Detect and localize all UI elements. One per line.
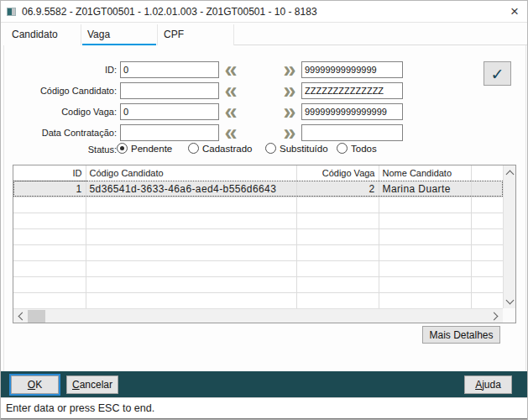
codigo-vaga-label: Codigo Vaga: [1, 103, 117, 120]
table-cell-empty [471, 260, 503, 276]
table-row-empty[interactable] [13, 228, 503, 244]
cancelar-button[interactable]: Cancelar [66, 375, 118, 394]
scroll-down-icon[interactable] [506, 298, 513, 305]
status-bar: Enter data or press ESC to end. [1, 397, 528, 418]
codigo-vaga-from-input[interactable] [120, 103, 219, 120]
tab-candidato[interactable]: Candidato [6, 24, 81, 45]
radio-label: Substituído [280, 144, 328, 154]
table-cell-empty [379, 292, 471, 308]
table-cell-empty [13, 228, 86, 244]
radio-dot [188, 143, 199, 154]
column-header-codigo-candidato[interactable]: Código Candidato [86, 165, 296, 181]
cell-codigo-vaga: 2 [296, 181, 379, 197]
table-row-empty[interactable] [13, 213, 503, 228]
radio-substituido[interactable]: Substituído [265, 143, 328, 154]
table-header-row: ID Código Candidato Código Vaga Nome Can… [13, 165, 503, 181]
codigo-candidato-label: Código Candidato: [1, 82, 117, 99]
vertical-scrollbar[interactable] [503, 165, 515, 309]
cell-extra [471, 181, 503, 197]
cell-id: 1 [13, 181, 86, 197]
table-cell-empty [379, 244, 471, 260]
mais-detalhes-button[interactable]: Mais Detalhes [422, 326, 500, 344]
scroll-up-icon[interactable] [506, 170, 513, 176]
radio-cadastrado[interactable]: Cadastrado [188, 143, 252, 154]
scrollbar-corner [503, 308, 515, 323]
table-cell-empty [379, 213, 471, 228]
radio-dot [117, 143, 128, 154]
table-cell-empty [379, 260, 471, 276]
title-bar: 06.9.5582 - Z01GT00501 - 1.02.01.003 - Z… [1, 1, 527, 23]
confirm-filter-button[interactable]: ✓ [484, 61, 511, 86]
range-from-icon: « [218, 62, 243, 77]
table-cell-empty [13, 244, 86, 260]
range-to-icon: » [277, 83, 302, 98]
table-cell-empty [13, 213, 86, 228]
table-cell-empty [13, 260, 86, 276]
table-cell-empty [471, 276, 503, 292]
table-cell-empty [86, 197, 296, 213]
column-header-id[interactable]: ID [13, 165, 86, 181]
table-cell-empty [86, 244, 296, 260]
table-cell-empty [379, 276, 471, 292]
table-cell-empty [296, 276, 379, 292]
radio-dot [337, 143, 348, 154]
range-to-icon: » [277, 62, 302, 77]
range-to-icon: » [277, 125, 302, 140]
horizontal-scrollbar[interactable] [13, 308, 503, 323]
table-cell-empty [13, 292, 86, 308]
column-header-codigo-vaga[interactable]: Código Vaga [296, 165, 379, 181]
tab-strip: Candidato Vaga CPF [1, 24, 528, 45]
results-grid: ID Código Candidato Código Vaga Nome Can… [13, 165, 516, 323]
codigo-vaga-to-input[interactable] [301, 103, 403, 120]
data-contratacao-to-input[interactable] [301, 124, 403, 141]
table-cell-empty [296, 244, 379, 260]
status-message: Enter data or press ESC to end. [6, 402, 154, 414]
table-cell-empty [296, 197, 379, 213]
codigo-candidato-to-input[interactable] [301, 82, 403, 99]
app-icon [7, 8, 16, 16]
tab-cpf[interactable]: CPF [158, 24, 234, 45]
grid-table: ID Código Candidato Código Vaga Nome Can… [13, 165, 503, 309]
table-cell-empty [471, 228, 503, 244]
table-cell-empty [296, 228, 379, 244]
codigo-candidato-from-input[interactable] [120, 82, 219, 99]
table-cell-empty [471, 292, 503, 308]
tab-vaga[interactable]: Vaga [81, 24, 158, 45]
table-cell-empty [379, 197, 471, 213]
table-cell-empty [471, 244, 503, 260]
table-row-empty[interactable] [13, 197, 503, 213]
id-label: ID: [1, 61, 117, 78]
radio-pendente[interactable]: Pendente [117, 143, 172, 154]
data-contratacao-from-input[interactable] [120, 124, 219, 141]
column-header-nome-candidato[interactable]: Nome Candidato [379, 165, 471, 181]
ajuda-button[interactable]: Ajuda [464, 375, 512, 394]
table-row-selected[interactable]: 1 5d36541d-3633-46a6-aed4-b556d6643 2 Ma… [13, 181, 503, 197]
table-row-empty[interactable] [13, 244, 503, 260]
ok-button[interactable]: OK [11, 375, 59, 394]
id-from-input[interactable] [120, 61, 219, 78]
table-row-empty[interactable] [13, 292, 503, 308]
close-icon[interactable]: × [510, 3, 519, 20]
radio-todos[interactable]: Todos [337, 143, 377, 154]
table-cell-empty [471, 197, 503, 213]
range-to-icon: » [277, 104, 302, 119]
horizontal-scroll-thumb[interactable] [28, 310, 45, 323]
data-contratacao-label: Data Contratação: [1, 124, 117, 141]
table-cell-empty [471, 213, 503, 228]
table-cell-empty [86, 228, 296, 244]
radio-label: Cadastrado [202, 144, 252, 154]
button-bar: OK Cancelar Ajuda [1, 371, 528, 397]
id-to-input[interactable] [301, 61, 403, 78]
scroll-right-icon[interactable] [492, 312, 499, 319]
table-cell-empty [296, 213, 379, 228]
table-row-empty[interactable] [13, 260, 503, 276]
range-from-icon: « [218, 125, 243, 140]
scroll-left-icon[interactable] [18, 312, 24, 319]
cell-nome-candidato: Marina Duarte [379, 181, 471, 197]
table-cell-empty [86, 260, 296, 276]
table-cell-empty [296, 292, 379, 308]
table-cell-empty [379, 228, 471, 244]
radio-label: Todos [351, 144, 377, 154]
table-cell-empty [86, 213, 296, 228]
table-row-empty[interactable] [13, 276, 503, 292]
